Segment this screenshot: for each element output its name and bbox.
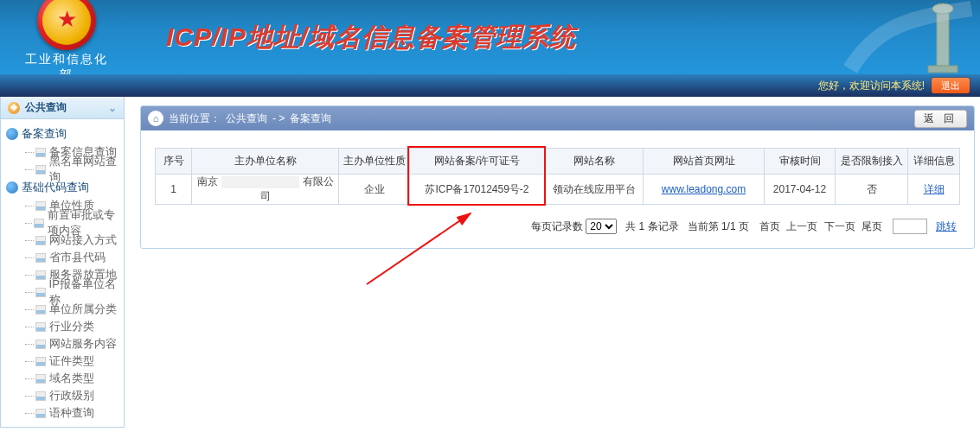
sidebar-subitem-1-10[interactable]: 域名类型 xyxy=(6,370,124,387)
sidebar-section-title: 公共查询 xyxy=(25,100,67,115)
sidebar-subitem-label: 语种查询 xyxy=(49,405,94,421)
welcome-text: 您好，欢迎访问本系统! xyxy=(818,79,925,93)
sidebar-item-label: 备案查询 xyxy=(22,126,67,142)
pager-next[interactable]: 下一页 xyxy=(824,220,855,232)
app-title: ICP/IP地址/域名信息备案管理系统 xyxy=(166,20,576,55)
col-header-1: 主办单位名称 xyxy=(192,149,339,175)
page-icon xyxy=(35,148,46,157)
breadcrumb-sep: - > xyxy=(272,112,285,124)
col-header-4: 网站名称 xyxy=(545,149,644,175)
org-name: 工业和信息化部 xyxy=(19,52,114,74)
org-prefix: 南京 xyxy=(197,175,218,187)
cell-restricted: 否 xyxy=(836,175,908,205)
sidebar-subitem-label: 证件类型 xyxy=(49,353,94,369)
cell-url: www.leadong.com xyxy=(644,175,765,205)
col-header-6: 审核时间 xyxy=(765,149,836,175)
result-panel: ⌂ 当前位置： 公共查询 - > 备案查询 返 回 序号主办单位名称主办单位性质… xyxy=(140,105,975,249)
folder-icon xyxy=(6,181,18,194)
national-emblem-icon xyxy=(37,0,96,50)
detail-link[interactable]: 详细 xyxy=(924,183,945,195)
sidebar-subitem-1-11[interactable]: 行政级别 xyxy=(6,387,124,404)
breadcrumb-prefix: 当前位置： xyxy=(169,111,221,126)
sidebar-item-0[interactable]: 备案查询 xyxy=(6,124,124,143)
sidebar-subitem-label: 网站服务内容 xyxy=(49,336,117,352)
breadcrumb: ⌂ 当前位置： 公共查询 - > 备案查询 返 回 xyxy=(141,106,974,130)
page-icon xyxy=(35,165,46,175)
page-icon xyxy=(35,409,46,418)
cell-time: 2017-04-12 xyxy=(765,175,836,205)
site-url-link[interactable]: www.leadong.com xyxy=(662,183,746,195)
page-icon xyxy=(35,253,46,263)
col-header-3: 网站备案/许可证号 xyxy=(410,149,545,175)
page-icon xyxy=(35,236,46,245)
col-header-8: 详细信息 xyxy=(908,149,960,175)
logout-button[interactable]: 退出 xyxy=(932,78,970,93)
sidebar-subitem-1-7[interactable]: 行业分类 xyxy=(6,318,124,335)
total-records: 共 1 条记录 xyxy=(625,219,678,234)
pager-goto-link[interactable]: 跳转 xyxy=(936,219,957,234)
panel-body: 序号主办单位名称主办单位性质网站备案/许可证号网站名称网站首页网址审核时间是否限… xyxy=(141,130,974,248)
pager-prev[interactable]: 上一页 xyxy=(786,220,817,232)
cell-org: 南京有限公司 xyxy=(192,175,339,205)
cell-license: 苏ICP备17012459号-2 xyxy=(410,175,545,205)
welcome-bar: 您好，欢迎访问本系统! 退出 xyxy=(0,74,980,97)
cell-seq: 1 xyxy=(156,175,192,205)
sidebar-subitem-1-3[interactable]: 省市县代码 xyxy=(6,249,124,266)
page-icon xyxy=(35,391,46,401)
chevron-down-icon: ⌄ xyxy=(108,102,117,114)
sidebar-subitem-label: 行业分类 xyxy=(49,319,94,334)
sidebar-subitem-label: 省市县代码 xyxy=(49,250,106,265)
col-header-2: 主办单位性质 xyxy=(339,149,410,175)
app-header: 工业和信息化部 ICP/IP地址/域名信息备案管理系统 xyxy=(0,0,980,74)
sidebar-item-label: 基础代码查询 xyxy=(22,180,89,195)
per-page-select[interactable]: 20 xyxy=(586,219,617,234)
results-table: 序号主办单位名称主办单位性质网站备案/许可证号网站名称网站首页网址审核时间是否限… xyxy=(155,148,960,205)
sidebar-subitem-1-8[interactable]: 网站服务内容 xyxy=(6,335,124,353)
pager-last[interactable]: 尾页 xyxy=(862,220,882,232)
sidebar-subitem-1-12[interactable]: 语种查询 xyxy=(6,404,124,422)
org-redacted xyxy=(221,176,299,188)
page-icon xyxy=(34,219,44,228)
page-icon xyxy=(35,305,46,314)
content-area: ⌂ 当前位置： 公共查询 - > 备案查询 返 回 序号主办单位名称主办单位性质… xyxy=(125,97,980,428)
table-row: 1南京有限公司企业苏ICP备17012459号-2领动在线应用平台www.lea… xyxy=(156,175,960,205)
per-page-label: 每页记录数 xyxy=(531,220,583,232)
page-position: 当前第 1/1 页 xyxy=(688,219,749,234)
col-header-5: 网站首页网址 xyxy=(644,149,765,175)
pagination: 每页记录数 20 共 1 条记录 当前第 1/1 页 首页 上一页 下一页 尾页 xyxy=(155,219,960,234)
sidebar-subitem-label: 域名类型 xyxy=(49,371,94,386)
page-icon xyxy=(35,357,46,366)
sidebar-subitem-1-9[interactable]: 证件类型 xyxy=(6,353,124,370)
sidebar-subitem-1-6[interactable]: 单位所属分类 xyxy=(6,301,124,318)
cell-sitename: 领动在线应用平台 xyxy=(545,175,644,205)
col-header-7: 是否限制接入 xyxy=(836,149,908,175)
sidebar-subitem-1-1[interactable]: 前置审批或专项内容 xyxy=(6,214,124,232)
sidebar: ✥ 公共查询 ⌄ 备案查询备案信息查询黑名单网站查询基础代码查询单位性质前置审批… xyxy=(0,97,125,428)
back-button[interactable]: 返 回 xyxy=(914,110,967,128)
pager-first[interactable]: 首页 xyxy=(759,220,780,232)
sidebar-subitem-1-5[interactable]: IP报备单位名称 xyxy=(6,283,124,301)
page-icon xyxy=(35,201,46,211)
section-icon: ✥ xyxy=(8,102,20,114)
page-icon xyxy=(35,340,46,349)
sidebar-subitem-label: 单位所属分类 xyxy=(49,302,117,317)
sidebar-tree: 备案查询备案信息查询黑名单网站查询基础代码查询单位性质前置审批或专项内容网站接入… xyxy=(1,119,124,427)
page-icon xyxy=(35,374,46,384)
page-icon xyxy=(35,288,46,297)
breadcrumb-level1: 公共查询 xyxy=(226,111,267,126)
sidebar-section-header[interactable]: ✥ 公共查询 ⌄ xyxy=(1,97,124,119)
sidebar-subitem-label: 行政级别 xyxy=(49,388,94,403)
sidebar-subitem-1-2[interactable]: 网站接入方式 xyxy=(6,232,124,249)
page-icon xyxy=(35,270,46,280)
page-icon xyxy=(35,322,46,332)
home-icon: ⌂ xyxy=(148,111,163,126)
folder-icon xyxy=(6,128,18,140)
col-header-0: 序号 xyxy=(156,149,192,175)
cell-nature: 企业 xyxy=(339,175,410,205)
sidebar-subitem-label: 网站接入方式 xyxy=(49,232,117,248)
pager-goto-input[interactable] xyxy=(893,219,927,234)
sidebar-subitem-0-1[interactable]: 黑名单网站查询 xyxy=(6,161,124,178)
breadcrumb-level2: 备案查询 xyxy=(290,111,331,126)
cell-detail: 详细 xyxy=(908,175,960,205)
